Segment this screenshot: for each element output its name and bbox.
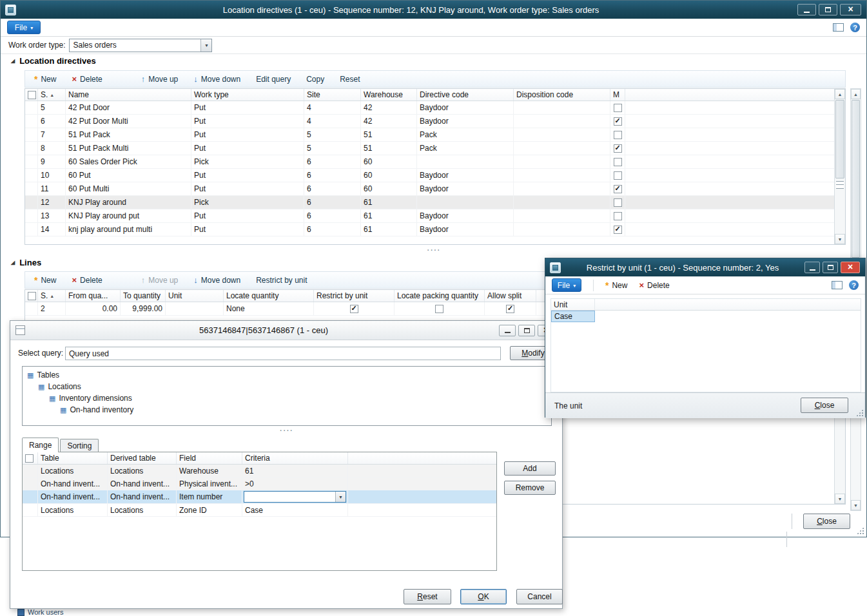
col-locate-packing-quantity[interactable]: Locate packing quantity [395, 290, 485, 302]
col-restrict-by-unit[interactable]: Restrict by unit [314, 290, 395, 302]
edit-query-button[interactable]: Edit query [256, 75, 291, 84]
section-lines[interactable]: ◢ Lines [11, 258, 41, 267]
remove-button[interactable]: Remove [504, 481, 556, 495]
col-criteria[interactable]: Criteria [242, 452, 348, 464]
table-row[interactable]: 960 Sales Order PickPick660 [25, 155, 834, 169]
m-checkbox[interactable] [614, 171, 622, 180]
layout-icon[interactable] [833, 23, 844, 32]
maximize-button[interactable] [819, 4, 837, 15]
splitter-handle[interactable]: ···· [10, 427, 563, 434]
cancel-button[interactable]: Cancel [516, 589, 563, 604]
col-table[interactable]: Table [38, 452, 108, 464]
table-row-selected[interactable]: On-hand invent... On-hand invent... Item… [23, 490, 496, 504]
col-site[interactable]: Site [304, 89, 361, 101]
col-disposition-code[interactable]: Disposition code [514, 89, 610, 101]
m-checkbox[interactable] [614, 104, 622, 112]
col-m[interactable]: M [610, 89, 625, 101]
tree-node-on-hand-inventory[interactable]: ▦On-hand inventory [23, 404, 551, 416]
minimize-button[interactable] [804, 262, 820, 273]
resize-grip[interactable] [855, 409, 864, 417]
select-all-checkbox[interactable] [28, 292, 36, 300]
dropdown-arrow-icon[interactable]: ▼ [335, 492, 346, 502]
directives-scrollbar[interactable]: ▲ ▼ [834, 89, 845, 244]
select-all-checkbox[interactable] [28, 91, 36, 99]
table-row[interactable]: 1160 Put MultiPut660Baydoor✓ [25, 182, 834, 196]
m-checkbox[interactable]: ✓ [614, 117, 622, 126]
section-location-directives[interactable]: ◢ Location directives [11, 56, 96, 66]
col-warehouse[interactable]: Warehouse [361, 89, 417, 101]
lines-move-up-button[interactable]: ↑Move up [141, 276, 179, 285]
delete-button[interactable]: ×Delete [72, 75, 102, 84]
m-checkbox[interactable] [614, 158, 622, 166]
move-down-button[interactable]: ↓Move down [193, 75, 240, 84]
tree-node-locations[interactable]: ▦Locations [23, 381, 551, 392]
add-button[interactable]: Add [504, 461, 556, 476]
col-locate-quantity[interactable]: Locate quantity [224, 290, 314, 302]
lines-move-down-button[interactable]: ↓Move down [193, 276, 240, 285]
help-icon[interactable]: ? [849, 280, 859, 290]
m-checkbox[interactable] [614, 198, 622, 207]
new-button[interactable]: *New [34, 75, 56, 84]
m-checkbox[interactable] [614, 212, 622, 220]
help-icon[interactable]: ? [850, 23, 860, 32]
m-checkbox[interactable] [614, 131, 622, 139]
lines-delete-button[interactable]: ×Delete [72, 276, 102, 285]
ok-button[interactable]: OK [460, 589, 507, 604]
table-row[interactable]: On-hand invent...On-hand invent...Physic… [23, 477, 496, 490]
close-button[interactable]: × [840, 4, 861, 15]
maximize-button[interactable] [518, 325, 535, 336]
col-to-quantity[interactable]: To quantity [121, 290, 166, 302]
file-menu-button[interactable]: File▾ [7, 21, 41, 34]
restrict-by-unit-button[interactable]: Restrict by unit [256, 276, 307, 285]
select-query-input[interactable]: Query used [65, 347, 501, 360]
copy-button[interactable]: Copy [306, 75, 324, 84]
table-row[interactable]: 642 Put Door MultiPut442Baydoor✓ [25, 115, 834, 128]
restrict-checkbox[interactable]: ✓ [350, 305, 358, 313]
locate-packing-checkbox[interactable] [435, 305, 443, 313]
m-checkbox[interactable]: ✓ [614, 185, 622, 193]
col-allow-split[interactable]: Allow split [485, 290, 536, 302]
table-row[interactable]: LocationsLocationsWarehouse61 [23, 465, 496, 477]
file-menu-button[interactable]: File▾ [552, 278, 581, 292]
maximize-button[interactable] [823, 262, 838, 273]
scroll-thumb[interactable] [835, 100, 844, 178]
work-order-type-select[interactable]: Sales orders ▼ [69, 39, 212, 52]
scroll-down-icon[interactable]: ▼ [851, 500, 861, 510]
col-derived-table[interactable]: Derived table [108, 452, 177, 464]
table-row[interactable]: 13KNJ Play around putPut661Baydoor [25, 209, 834, 223]
m-checkbox[interactable]: ✓ [614, 226, 622, 234]
table-row-selected[interactable]: Case [551, 311, 595, 322]
scroll-thumb[interactable] [852, 100, 860, 258]
scroll-down-icon[interactable]: ▼ [835, 494, 845, 504]
resize-grip[interactable] [856, 526, 864, 535]
reset-button[interactable]: Reset [340, 75, 360, 84]
col-directive-code[interactable]: Directive code [417, 89, 514, 101]
col-field[interactable]: Field [177, 452, 242, 464]
splitter-handle[interactable]: ···· [1, 247, 867, 254]
new-button[interactable]: *New [605, 281, 627, 290]
criteria-combobox[interactable]: ▼ [244, 491, 346, 503]
reset-button[interactable]: Reset [404, 589, 451, 604]
tab-range[interactable]: Range [22, 438, 59, 452]
table-row[interactable]: 542 Put DoorPut442Baydoor [25, 101, 834, 115]
close-button[interactable]: × [841, 262, 860, 273]
allow-split-checkbox[interactable]: ✓ [506, 305, 514, 313]
layout-icon[interactable] [832, 281, 843, 289]
col-from-quantity[interactable]: From qua... [66, 290, 121, 302]
move-up-button[interactable]: ↑Move up [141, 75, 179, 84]
col-name[interactable]: Name [66, 89, 191, 101]
select-all-checkbox[interactable] [25, 454, 34, 463]
delete-button[interactable]: ×Delete [639, 281, 669, 290]
table-row-selected[interactable]: 12KNJ Play aroundPick661 [25, 196, 834, 209]
col-unit[interactable]: Unit [551, 299, 595, 310]
table-row[interactable]: LocationsLocationsZone IDCase [23, 504, 496, 517]
scroll-up-icon[interactable]: ▲ [835, 89, 845, 99]
table-row[interactable]: 1060 PutPut660Baydoor [25, 169, 834, 182]
lines-new-button[interactable]: *New [34, 276, 56, 285]
tree-node-tables[interactable]: ▦Tables [23, 369, 551, 381]
col-sequence[interactable]: S.▲ [38, 89, 66, 101]
table-row[interactable]: 851 Put Pack MultiPut551Pack✓ [25, 142, 834, 155]
main-close-button[interactable]: Close [803, 514, 850, 529]
scroll-down-icon[interactable]: ▼ [835, 234, 845, 244]
tree-node-inventory-dimensions[interactable]: ▦Inventory dimensions [23, 392, 551, 404]
